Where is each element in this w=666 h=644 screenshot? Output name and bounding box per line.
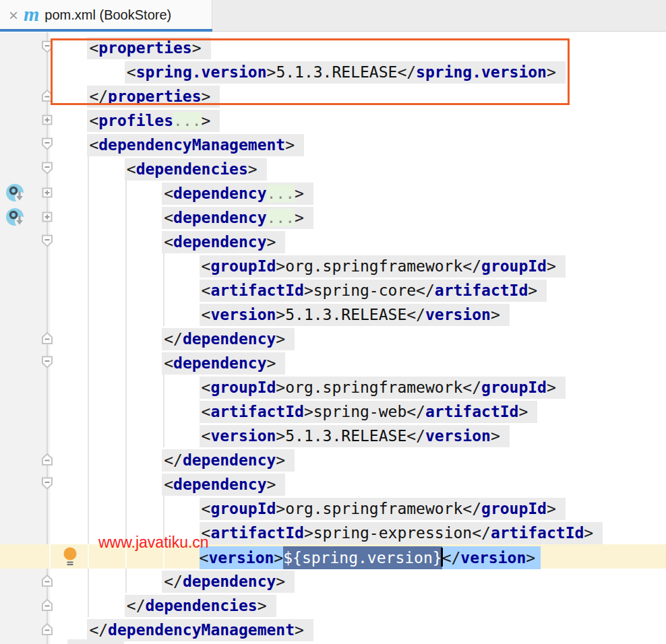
maven-download-icon[interactable] <box>5 183 26 203</box>
code-text-box: <dependencies> <box>125 158 267 181</box>
xml-bracket: < <box>202 403 211 420</box>
code-text-box: <dependency...> <box>162 183 313 205</box>
code-line-20[interactable]: <groupId>org.springframework</groupId> <box>0 496 566 520</box>
xml-bracket: > <box>202 112 211 129</box>
xml-tag-name: dependency <box>173 233 266 251</box>
code-text-box: </properties> <box>87 86 220 108</box>
indent-whitespace <box>50 354 162 371</box>
fold-collapse-icon[interactable] <box>41 598 53 612</box>
xml-bracket: > <box>276 306 285 323</box>
indent-whitespace <box>50 620 87 638</box>
xml-text: 5.1.3.RELEASE <box>285 427 406 445</box>
xml-tag-name: dependency <box>173 209 266 226</box>
xml-bracket: </ <box>462 257 481 275</box>
folded-ellipsis: ... <box>267 209 295 226</box>
xml-bracket: > <box>528 282 537 299</box>
xml-bracket: > <box>267 476 276 493</box>
intention-bulb-icon[interactable] <box>63 547 79 567</box>
xml-bracket: < <box>202 257 211 275</box>
code-text-box: <dependency> <box>162 231 285 253</box>
maven-download-icon[interactable] <box>5 207 26 228</box>
fold-collapse-icon[interactable] <box>41 234 53 248</box>
code-line-11[interactable]: <artifactId>spring-core</artifactId> <box>0 278 547 302</box>
xml-bracket: </ <box>406 306 425 323</box>
code-line-16[interactable]: <artifactId>spring-web</artifactId> <box>0 399 537 423</box>
xml-bracket: </ <box>164 573 183 590</box>
code-line-1[interactable]: <properties> <box>0 35 211 59</box>
xml-bracket: < <box>164 476 173 493</box>
code-line-22[interactable]: <version>${spring.version}</version> <box>0 544 541 569</box>
selected-property-reference: ${spring.version} <box>283 546 442 569</box>
indent-whitespace <box>50 451 162 468</box>
selection-highlight: <version>${spring.version}</version> <box>200 546 541 569</box>
xml-bracket: > <box>276 500 285 517</box>
xml-bracket: < <box>202 427 211 445</box>
xml-bracket: > <box>584 524 593 542</box>
fold-collapse-icon[interactable] <box>41 477 53 490</box>
xml-bracket: </ <box>89 621 108 639</box>
xml-tag-name: dependencyManagement <box>108 621 295 639</box>
fold-collapse-icon[interactable] <box>41 622 53 636</box>
indent-whitespace <box>50 184 162 201</box>
xml-text: spring-expression <box>313 524 472 542</box>
code-line-17[interactable]: <version>5.1.3.RELEASE</version> <box>0 423 510 447</box>
indent-whitespace <box>50 402 200 420</box>
indent-whitespace <box>50 232 162 250</box>
code-line-10[interactable]: <groupId>org.springframework</groupId> <box>0 253 566 278</box>
code-text-box: <artifactId>spring-web</artifactId> <box>200 401 538 423</box>
xml-text: org.springframework <box>285 379 462 396</box>
xml-bracket: > <box>547 379 556 396</box>
fold-collapse-icon[interactable] <box>41 137 53 151</box>
fold-expand-icon[interactable] <box>41 113 53 127</box>
xml-text: org.springframework <box>285 257 462 275</box>
xml-tag-name: dependency <box>173 354 266 372</box>
indent-whitespace <box>50 572 162 589</box>
xml-bracket: < <box>127 160 136 178</box>
fold-expand-icon[interactable] <box>41 210 53 224</box>
fold-collapse-icon[interactable] <box>41 162 53 175</box>
indent-whitespace <box>50 426 200 444</box>
xml-tag-name: artifactId <box>435 282 528 299</box>
xml-bracket: </ <box>442 549 461 567</box>
code-text-box: <groupId>org.springframework</groupId> <box>200 498 566 520</box>
fold-collapse-icon[interactable] <box>41 331 53 345</box>
indent-whitespace <box>50 38 87 56</box>
code-line-21[interactable]: <artifactId>spring-expression</artifactI… <box>0 520 603 544</box>
fold-collapse-icon[interactable] <box>41 574 53 587</box>
code-text-box: <profiles...> <box>87 110 220 132</box>
indent-whitespace <box>50 499 200 517</box>
xml-tag-name: version <box>210 427 276 445</box>
xml-bracket: </ <box>416 282 435 299</box>
code-line-6[interactable]: <dependencies> <box>0 156 267 181</box>
code-line-3[interactable]: </properties> <box>0 84 220 108</box>
xml-tag-name: artifactId <box>425 403 518 420</box>
xml-bracket: < <box>202 500 211 517</box>
code-line-12[interactable]: <version>5.1.3.RELEASE</version> <box>0 302 510 326</box>
xml-text: 5.1.3.RELEASE <box>276 63 397 81</box>
fold-collapse-icon[interactable] <box>41 89 53 102</box>
code-line-2[interactable]: <spring.version>5.1.3.RELEASE</spring.ve… <box>0 59 566 84</box>
xml-tag-name: version <box>425 306 491 323</box>
xml-tag-name: spring.version <box>416 63 547 81</box>
fold-collapse-icon[interactable] <box>41 453 53 466</box>
code-line-15[interactable]: <groupId>org.springframework</groupId> <box>0 375 566 399</box>
code-text-box: <groupId>org.springframework</groupId> <box>200 255 566 278</box>
xml-bracket: > <box>276 330 285 348</box>
indent-whitespace <box>50 135 87 153</box>
code-text-box: <version>5.1.3.RELEASE</version> <box>200 304 510 326</box>
xml-tag-name: groupId <box>210 379 276 396</box>
xml-bracket: </ <box>406 427 425 445</box>
code-line-4[interactable]: <profiles...> <box>0 108 220 132</box>
xml-bracket: > <box>267 354 276 372</box>
xml-bracket: </ <box>164 451 183 469</box>
fold-expand-icon[interactable] <box>41 186 53 199</box>
xml-bracket: > <box>276 257 285 275</box>
xml-tag-name: dependency <box>173 476 266 493</box>
xml-bracket: </ <box>462 379 481 396</box>
fold-collapse-icon[interactable] <box>41 40 53 54</box>
xml-bracket: > <box>547 500 556 517</box>
fold-collapse-icon[interactable] <box>41 356 53 369</box>
code-text-box: </dependencies> <box>125 595 276 617</box>
xml-tag-name: dependencies <box>136 160 248 178</box>
xml-bracket: > <box>547 63 556 81</box>
